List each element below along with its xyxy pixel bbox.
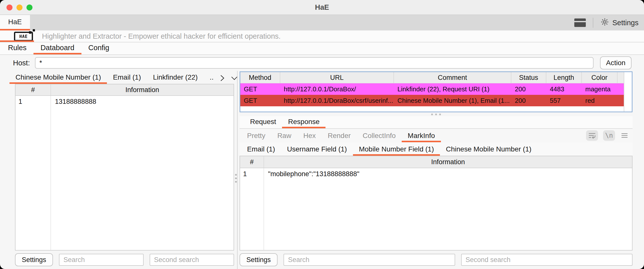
traffic-lights xyxy=(6,4,32,10)
layout-icon[interactable] xyxy=(574,18,586,27)
chevron-right-icon xyxy=(220,74,225,82)
chevron-down-icon xyxy=(230,76,238,81)
hae-logo-pixel xyxy=(33,29,35,31)
comment-cell: Chinese Mobile Number (1), Email (1... xyxy=(394,97,511,105)
request-row-red[interactable]: GET http://127.0.0.1/DoraBox/csrf/userin… xyxy=(240,95,632,106)
tab-markinfo-email[interactable]: Email (1) xyxy=(241,144,281,156)
host-row: Host: Action xyxy=(0,55,644,71)
view-menu-button[interactable] xyxy=(620,130,629,141)
right-panel-footer: Settings xyxy=(240,251,632,269)
main-split: Chinese Mobile Number (1) Email (1) Link… xyxy=(0,71,644,269)
requests-table-header: Method URL Comment Status Length Color xyxy=(240,72,632,83)
row-index-cell: 1 xyxy=(16,98,51,106)
url-cell: http://127.0.0.1/DoraBox/ xyxy=(280,85,394,93)
hae-logo: HAE xyxy=(14,31,36,42)
tab-databoard[interactable]: Databoard xyxy=(34,42,81,54)
vertical-splitter-grip[interactable] xyxy=(235,174,237,183)
tab-markinfo-chinese-mobile-number[interactable]: Chinese Mobile Number (1) xyxy=(440,144,537,156)
right-settings-button[interactable]: Settings xyxy=(240,253,278,266)
banner-accent-underline xyxy=(0,40,34,42)
host-input[interactable] xyxy=(35,57,594,69)
databoard-left-panel: Chinese Mobile Number (1) Email (1) Link… xyxy=(0,71,238,269)
extract-results-table: # Information 1 13188888888 xyxy=(15,84,234,251)
color-cell: red xyxy=(582,97,618,105)
horizontal-splitter[interactable] xyxy=(240,112,632,116)
hamburger-menu-icon xyxy=(621,133,628,138)
tab-linkfinder[interactable]: Linkfinder (22) xyxy=(147,72,204,84)
banner-subtitle: Highlighter and Extractor - Empower ethi… xyxy=(42,32,280,40)
tab-overflow-dots[interactable]: .. xyxy=(204,72,220,84)
column-header-length[interactable]: Length xyxy=(546,72,582,83)
column-header-comment[interactable]: Comment xyxy=(394,72,511,83)
hae-banner: HAE Highlighter and Extractor - Empower … xyxy=(0,30,644,42)
comment-cell: Linkfinder (22), Request URI (1) xyxy=(394,85,511,93)
extract-table-body: 1 13188888888 xyxy=(16,96,234,250)
markinfo-results-table: # Information 1 "mobilephone":"131888888… xyxy=(240,156,632,251)
method-cell: GET xyxy=(240,97,280,105)
tab-email[interactable]: Email (1) xyxy=(107,72,147,84)
right-search-input[interactable] xyxy=(284,254,455,266)
main-nav-tabs: Rules Databoard Config xyxy=(0,42,644,55)
markinfo-category-tabs: Email (1) Username Field (1) Mobile Numb… xyxy=(240,142,632,156)
request-row-magenta[interactable]: GET http://127.0.0.1/DoraBox/ Linkfinder… xyxy=(240,83,632,95)
newline-toggle-button[interactable]: \n xyxy=(603,130,615,141)
column-header-status[interactable]: Status xyxy=(511,72,546,83)
column-header-index[interactable]: # xyxy=(240,156,264,168)
tab-collectinfo[interactable]: CollectInfo xyxy=(357,131,402,142)
close-button[interactable] xyxy=(6,4,12,10)
layout-icon-bottom-bar xyxy=(574,22,586,27)
tab-rules[interactable]: Rules xyxy=(1,42,34,54)
left-settings-button[interactable]: Settings xyxy=(15,253,53,266)
table-gridline xyxy=(264,168,264,250)
method-cell: GET xyxy=(240,85,280,93)
settings-label: Settings xyxy=(612,19,638,27)
tab-markinfo[interactable]: MarkInfo xyxy=(402,131,441,142)
tab-markinfo-mobile-number-field[interactable]: Mobile Number Field (1) xyxy=(353,144,440,156)
color-cell: magenta xyxy=(582,85,618,93)
left-search-input[interactable] xyxy=(59,254,144,266)
tab-scroll-right-button[interactable] xyxy=(220,74,225,82)
tab-pretty[interactable]: Pretty xyxy=(241,131,271,142)
word-wrap-button[interactable] xyxy=(586,130,598,141)
action-button[interactable]: Action xyxy=(600,56,632,69)
tab-request[interactable]: Request xyxy=(244,117,282,128)
column-header-information[interactable]: Information xyxy=(51,84,234,95)
table-row[interactable]: 1 "mobilephone":"13188888888" xyxy=(240,168,632,180)
status-cell: 200 xyxy=(511,85,546,93)
column-header-url[interactable]: URL xyxy=(280,72,394,83)
column-header-method[interactable]: Method xyxy=(240,72,280,83)
hae-logo-text: HAE xyxy=(19,34,28,39)
request-response-tabs: Request Response xyxy=(240,116,632,129)
requests-table: Method URL Comment Status Length Color G… xyxy=(240,71,632,112)
length-cell: 557 xyxy=(546,97,582,105)
requests-table-scrollbar-track[interactable] xyxy=(624,72,632,112)
tab-raw[interactable]: Raw xyxy=(271,131,297,142)
row-information-cell: 13188888888 xyxy=(51,98,96,106)
zoom-button[interactable] xyxy=(26,4,32,10)
left-panel-footer: Settings xyxy=(0,251,237,269)
length-cell: 4483 xyxy=(546,85,582,93)
minimize-button[interactable] xyxy=(16,4,22,10)
tab-markinfo-username-field[interactable]: Username Field (1) xyxy=(281,144,353,156)
right-second-search-input[interactable] xyxy=(461,254,633,266)
tab-chinese-mobile-number[interactable]: Chinese Mobile Number (1) xyxy=(10,72,107,84)
tab-render[interactable]: Render xyxy=(322,131,357,142)
column-header-color[interactable]: Color xyxy=(582,72,618,83)
tab-config[interactable]: Config xyxy=(82,42,116,54)
app-tab-hae[interactable]: HaE xyxy=(0,15,30,30)
left-second-search-input[interactable] xyxy=(150,254,234,266)
markinfo-table-header: # Information xyxy=(240,156,632,168)
column-header-index[interactable]: # xyxy=(16,84,51,95)
tab-hex[interactable]: Hex xyxy=(297,131,322,142)
tab-response[interactable]: Response xyxy=(282,117,326,128)
tab-list-dropdown-button[interactable] xyxy=(230,76,238,81)
titlebar: HaE xyxy=(0,0,644,15)
row-information-cell: "mobilephone":"13188888888" xyxy=(264,170,360,178)
window-title: HaE xyxy=(0,0,644,14)
settings-button[interactable]: Settings xyxy=(600,17,638,28)
toolbar-divider xyxy=(593,18,593,28)
hae-window: HaE HaE Settings HAE xyxy=(0,0,644,269)
hae-logo-pixel xyxy=(29,31,32,34)
table-row[interactable]: 1 13188888888 xyxy=(16,96,234,107)
column-header-information[interactable]: Information xyxy=(264,156,632,168)
